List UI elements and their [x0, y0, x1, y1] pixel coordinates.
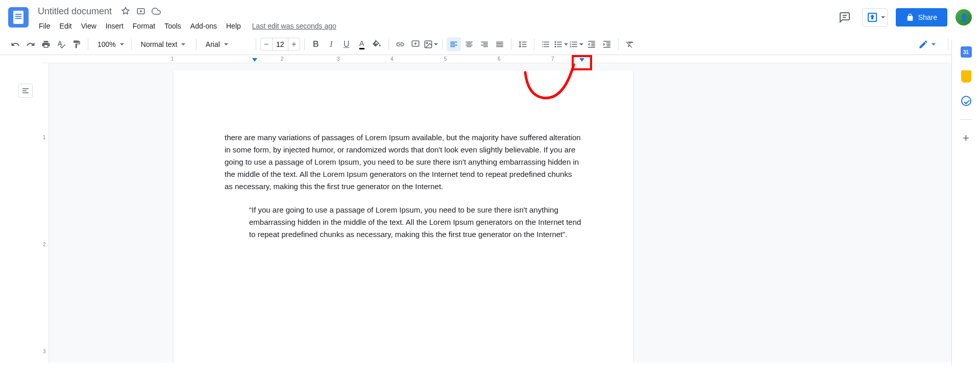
star-icon[interactable] [121, 7, 130, 16]
menu-tools[interactable]: Tools [160, 20, 185, 32]
ruler-mark: 2 [281, 56, 284, 62]
svg-point-6 [554, 41, 556, 43]
link-button[interactable] [393, 37, 407, 51]
menu-edit[interactable]: Edit [56, 20, 76, 32]
ruler-mark: 1 [171, 56, 174, 62]
decrease-indent-button[interactable] [584, 37, 599, 51]
menu-view[interactable]: View [77, 20, 101, 32]
document-outline-button[interactable] [18, 84, 33, 98]
font-size-decrease[interactable]: − [261, 38, 272, 50]
bold-button[interactable]: B [309, 37, 323, 51]
line-spacing-button[interactable] [516, 37, 530, 51]
document-title[interactable]: Untitled document [35, 5, 115, 18]
share-button[interactable]: Share [896, 8, 947, 27]
print-button[interactable] [39, 37, 53, 51]
zoom-dropdown[interactable]: 100% [92, 37, 127, 51]
align-right-button[interactable] [477, 37, 492, 51]
text-color-button[interactable]: A [355, 37, 369, 51]
add-addon-icon[interactable]: + [960, 132, 972, 144]
annotation-highlight-box [572, 55, 592, 70]
font-size-input[interactable]: 12 [272, 38, 288, 50]
horizontal-ruler[interactable]: 1 2 3 4 5 6 7 [41, 55, 980, 63]
bulleted-list-button[interactable] [554, 37, 568, 51]
ruler-mark: 6 [498, 56, 501, 62]
numbered-list-button[interactable] [569, 37, 583, 51]
italic-button[interactable]: I [324, 37, 338, 51]
docs-logo[interactable] [8, 7, 29, 28]
ruler-mark: 7 [551, 56, 554, 62]
font-value: Arial [206, 40, 220, 48]
style-dropdown[interactable]: Normal text [136, 37, 192, 51]
svg-point-8 [554, 46, 556, 47]
paragraph-1[interactable]: there are many variations of passages of… [225, 132, 582, 193]
checklist-button[interactable] [538, 37, 553, 51]
side-separator [960, 119, 972, 120]
increase-indent-button[interactable] [600, 37, 614, 51]
vruler-mark: 3 [43, 349, 46, 354]
font-size-increase[interactable]: + [288, 38, 300, 50]
undo-button[interactable] [8, 37, 22, 51]
menu-addons[interactable]: Add-ons [186, 20, 221, 32]
vertical-ruler[interactable]: 1 2 3 [41, 63, 49, 362]
editing-mode-button[interactable] [913, 37, 941, 51]
move-icon[interactable] [136, 7, 145, 16]
present-button[interactable] [862, 8, 888, 27]
align-left-button[interactable] [447, 37, 461, 51]
font-size-control: − 12 + [260, 38, 300, 51]
highlight-button[interactable] [370, 37, 384, 51]
menu-file[interactable]: File [35, 20, 55, 32]
menu-format[interactable]: Format [129, 20, 159, 32]
ruler-mark: 3 [337, 56, 340, 62]
clear-formatting-button[interactable] [623, 37, 637, 51]
zoom-value: 100% [97, 40, 116, 48]
image-button[interactable] [424, 37, 438, 51]
vruler-mark: 2 [43, 242, 46, 247]
comment-button[interactable] [408, 37, 423, 51]
paint-format-button[interactable] [69, 37, 84, 51]
share-label: Share [918, 13, 937, 21]
last-edit-link[interactable]: Last edit was seconds ago [252, 22, 336, 30]
font-dropdown[interactable]: Arial [201, 37, 252, 51]
style-value: Normal text [141, 40, 178, 48]
paragraph-2[interactable]: “If you are going to use a passage of Lo… [249, 204, 582, 241]
redo-button[interactable] [23, 37, 38, 51]
vruler-mark: 1 [43, 135, 46, 140]
comment-history-button[interactable] [836, 8, 854, 27]
underline-button[interactable]: U [339, 37, 354, 51]
spellcheck-button[interactable] [54, 37, 68, 51]
ruler-mark: 4 [390, 56, 394, 62]
calendar-icon[interactable]: 31 [960, 46, 972, 58]
svg-point-5 [426, 42, 427, 43]
annotation-arrow [523, 62, 579, 103]
menu-help[interactable]: Help [222, 20, 245, 32]
align-center-button[interactable] [462, 37, 476, 51]
keep-icon[interactable] [960, 70, 972, 83]
menu-insert[interactable]: Insert [102, 20, 128, 32]
document-page[interactable]: there are many variations of passages of… [174, 70, 633, 362]
user-avatar[interactable]: 👤 [955, 9, 972, 25]
left-indent-marker[interactable] [252, 58, 257, 62]
svg-point-7 [554, 43, 556, 45]
align-justify-button[interactable] [493, 37, 507, 51]
ruler-mark: 5 [444, 56, 447, 62]
side-panel: 31 + [951, 40, 980, 366]
cloud-status-icon[interactable] [152, 7, 161, 16]
tasks-icon[interactable] [960, 95, 972, 107]
